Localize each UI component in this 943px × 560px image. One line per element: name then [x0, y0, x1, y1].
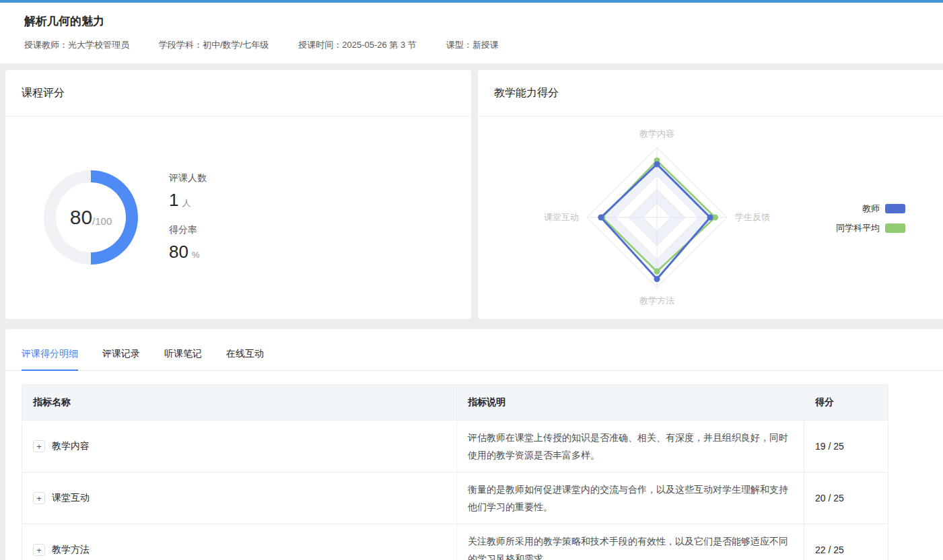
table-row: +教学方法关注教师所采用的教学策略和技术手段的有效性，以及它们是否能够适应不同的… — [22, 524, 888, 560]
table-row: +课堂互动衡量的是教师如何促进课堂内的交流与合作，以及这些互动对学生理解和支持他… — [22, 472, 888, 524]
legend-item-教师[interactable]: 教师 — [862, 203, 905, 215]
course-info-item: 授课教师：光大学校管理员 — [24, 39, 129, 51]
expand-row-button[interactable]: + — [33, 440, 45, 452]
legend-marker — [885, 223, 905, 233]
indicator-name-cell: +课堂互动 — [22, 473, 456, 524]
course-info-item: 授课时间：2025-05-26 第 3 节 — [298, 39, 417, 51]
legend-label: 同学科平均 — [836, 222, 880, 234]
table-header-cell: 得分 — [804, 385, 888, 420]
course-score-card: 课程评分 80 /100 评课人数1人得分率80% — [5, 70, 471, 319]
page-header: 解析几何的魅力 授课教师：光大学校管理员学段学科：初中/数学/七年级授课时间：2… — [0, 3, 943, 63]
table-body: +教学内容评估教师在课堂上传授的知识是否准确、相关、有深度，并且组织良好，同时使… — [22, 420, 888, 560]
stat-unit: % — [192, 250, 200, 260]
course-info-item: 学段学科：初中/数学/七年级 — [159, 39, 269, 51]
stat-label: 评课人数 — [169, 172, 207, 184]
radar-data-point — [654, 269, 660, 275]
indicator-desc-cell: 关注教师所采用的教学策略和技术手段的有效性，以及它们是否能够适应不同的学习风格和… — [456, 524, 804, 560]
radar-axis-label: 教学内容 — [639, 129, 674, 139]
radar-data-point — [654, 276, 660, 282]
indicator-desc-cell: 评估教师在课堂上传授的知识是否准确、相关、有深度，并且组织良好，同时使用的教学资… — [456, 421, 804, 472]
score-stats: 评课人数1人得分率80% — [169, 172, 207, 262]
indicator-desc: 衡量的是教师如何促进课堂内的交流与合作，以及这些互动对学生理解和支持他们学习的重… — [468, 481, 793, 516]
course-info-item: 课型：新授课 — [446, 39, 499, 51]
course-info-row: 授课教师：光大学校管理员学段学科：初中/数学/七年级授课时间：2025-05-2… — [24, 39, 919, 51]
radar-axis-label: 教学方法 — [639, 295, 674, 306]
teaching-ability-card-title: 教学能力得分 — [478, 70, 943, 116]
legend-label: 教师 — [862, 203, 880, 215]
radar-data-point — [654, 161, 660, 167]
indicator-name-cell: +教学方法 — [22, 524, 456, 560]
tab-在线互动[interactable]: 在线互动 — [226, 348, 264, 370]
score-value: 80 — [70, 206, 92, 229]
indicator-score-cell: 19 / 25 — [804, 421, 888, 472]
table-header-cell: 指标名称 — [22, 385, 456, 420]
radar-axis-label: 学生反馈 — [735, 212, 770, 222]
score-donut-chart: 80 /100 — [44, 170, 138, 265]
radar-chart: 教学内容学生反馈教学方法课堂互动 — [495, 116, 818, 318]
tab-评课得分明细[interactable]: 评课得分明细 — [22, 348, 78, 371]
legend-item-同学科平均[interactable]: 同学科平均 — [836, 222, 905, 234]
radar-data-point — [598, 215, 604, 221]
indicator-score-cell: 20 / 25 — [804, 473, 888, 524]
indicator-name: 教学方法 — [52, 544, 90, 556]
radar-legend: 教师同学科平均 — [836, 203, 905, 234]
indicator-name: 教学内容 — [52, 440, 90, 452]
tab-bar: 评课得分明细评课记录听课笔记在线互动 — [5, 329, 943, 371]
indicator-name-cell: +教学内容 — [22, 421, 456, 472]
stat-value: 1人 — [169, 190, 207, 211]
table-header-row: 指标名称指标说明得分 — [22, 385, 888, 420]
course-score-card-title: 课程评分 — [5, 70, 471, 116]
stat-value: 80% — [169, 242, 207, 262]
indicator-name: 课堂互动 — [52, 492, 90, 504]
table-header-cell: 指标说明 — [456, 385, 804, 420]
indicator-desc: 评估教师在课堂上传授的知识是否准确、相关、有深度，并且组织良好，同时使用的教学资… — [468, 429, 793, 464]
indicator-desc: 关注教师所采用的教学策略和技术手段的有效性，以及它们是否能够适应不同的学习风格和… — [468, 532, 793, 560]
tab-听课笔记[interactable]: 听课笔记 — [164, 348, 202, 370]
stat-number: 1 — [169, 190, 178, 210]
page-title: 解析几何的魅力 — [24, 13, 919, 29]
expand-row-button[interactable]: + — [33, 544, 45, 556]
indicator-score-cell: 22 / 25 — [804, 524, 888, 560]
detail-card: 评课得分明细评课记录听课笔记在线互动 指标名称指标说明得分 +教学内容评估教师在… — [5, 329, 943, 560]
radar-axis-label: 课堂互动 — [544, 212, 579, 222]
score-detail-table: 指标名称指标说明得分 +教学内容评估教师在课堂上传授的知识是否准确、相关、有深度… — [22, 384, 888, 560]
stat-unit: 人 — [182, 198, 190, 208]
tab-评课记录[interactable]: 评课记录 — [102, 348, 140, 370]
stat-number: 80 — [169, 242, 188, 262]
stat-label: 得分率 — [169, 224, 207, 236]
teaching-ability-card: 教学能力得分 教学内容学生反馈教学方法课堂互动 教师同学科平均 — [478, 70, 943, 319]
table-row: +教学内容评估教师在课堂上传授的知识是否准确、相关、有深度，并且组织良好，同时使… — [22, 420, 888, 472]
expand-row-button[interactable]: + — [33, 492, 45, 504]
legend-marker — [885, 204, 905, 213]
score-total: /100 — [92, 215, 112, 227]
indicator-desc-cell: 衡量的是教师如何促进课堂内的交流与合作，以及这些互动对学生理解和支持他们学习的重… — [456, 473, 804, 524]
radar-data-point — [707, 215, 713, 221]
